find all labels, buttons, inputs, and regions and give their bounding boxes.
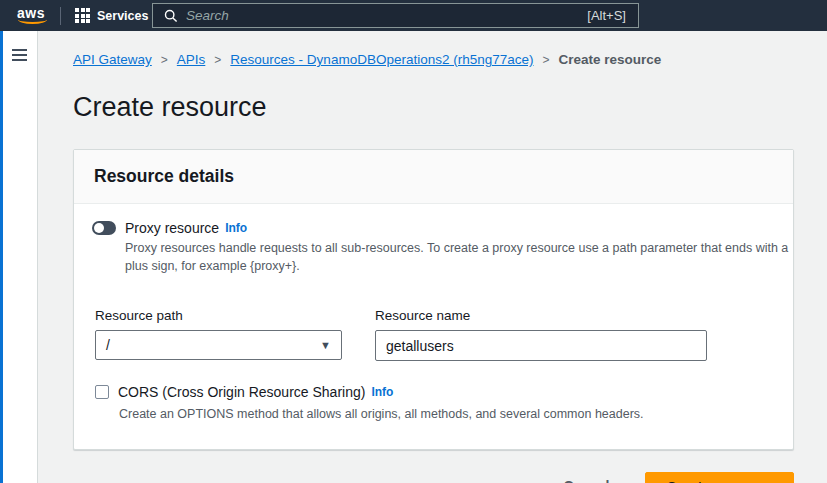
global-search-box[interactable]: [Alt+S] [152,3,639,28]
main-content: API Gateway > APIs > Resources - DynamoD… [38,31,827,483]
cors-info-link[interactable]: Info [371,385,393,399]
proxy-resource-info-link[interactable]: Info [225,221,247,235]
services-menu-button[interactable]: Services [75,8,148,23]
app-grid-icon [75,8,90,23]
cors-checkbox[interactable] [95,385,109,399]
breadcrumb-api-gateway[interactable]: API Gateway [73,52,152,67]
search-icon [164,9,178,23]
menu-hamburger-icon[interactable] [12,49,27,61]
breadcrumb-chevron-icon: > [214,53,221,67]
search-shortcut-hint: [Alt+S] [587,8,626,23]
proxy-resource-label: Proxy resource [125,220,219,236]
card-header: Resource details [74,150,793,204]
create-resource-button[interactable]: Create resource [645,472,794,483]
resource-name-label: Resource name [375,308,707,323]
cancel-button[interactable]: Cancel [547,473,625,483]
caret-down-icon: ▼ [320,339,331,351]
resource-name-field: Resource name [375,308,707,361]
card-header-title: Resource details [94,166,773,187]
resource-name-input[interactable] [375,330,707,361]
breadcrumb: API Gateway > APIs > Resources - DynamoD… [73,52,794,67]
breadcrumb-chevron-icon: > [161,53,168,67]
breadcrumb-resources[interactable]: Resources - DynamoDBOperations2 (rh5ng77… [230,52,533,67]
resource-path-field: Resource path / ▼ [95,308,342,361]
resource-details-card: Resource details Proxy resource Info Pro… [73,149,794,450]
toggle-knob [94,223,104,233]
aws-logo[interactable]: aws [17,6,47,25]
cors-label: CORS (Cross Origin Resource Sharing) [118,384,365,400]
breadcrumb-apis[interactable]: APIs [177,52,206,67]
breadcrumb-chevron-icon: > [543,53,550,67]
search-input[interactable] [178,8,587,23]
proxy-resource-toggle[interactable] [92,221,116,235]
resource-path-value: / [106,337,110,353]
side-navigation-rail [0,31,38,483]
resource-path-select[interactable]: / ▼ [95,330,342,360]
page-title: Create resource [73,92,794,123]
topbar-divider [60,7,61,25]
proxy-resource-description: Proxy resources handle requests to all s… [125,239,792,275]
services-label: Services [97,9,148,23]
form-actions: Cancel Create resource [73,472,794,483]
cors-description: Create an OPTIONS method that allows all… [119,405,786,423]
breadcrumb-current-page: Create resource [559,52,662,67]
resource-path-label: Resource path [95,308,342,323]
top-navigation-bar: aws Services [Alt+S] [0,0,827,31]
